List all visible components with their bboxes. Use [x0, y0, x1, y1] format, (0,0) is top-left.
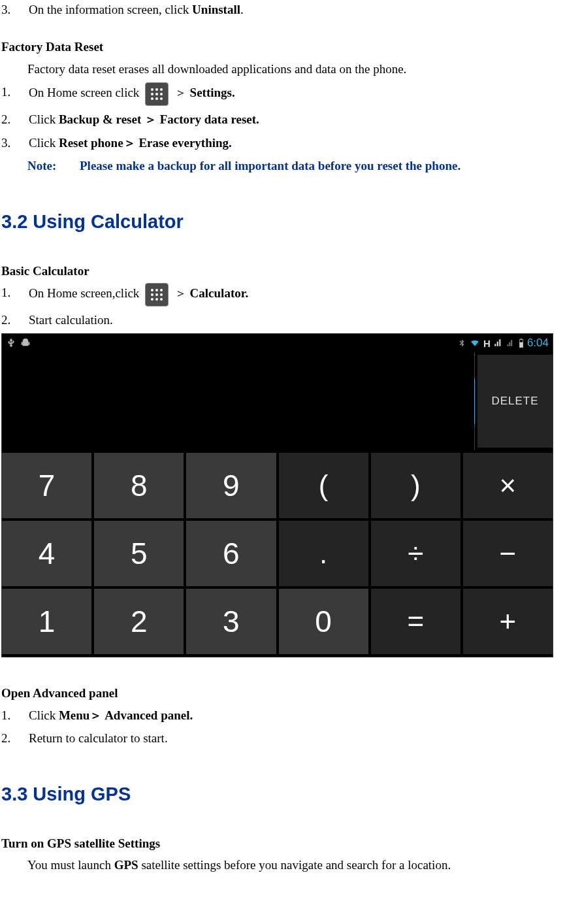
- svg-point-11: [160, 289, 163, 291]
- uninstall-step-3: 3. On the information screen, click Unin…: [1, 0, 564, 19]
- settings-label: Settings.: [190, 86, 235, 100]
- status-right: H 6:04: [457, 335, 549, 352]
- calculator-display[interactable]: [2, 352, 475, 450]
- gt-separator: ＞: [89, 708, 105, 722]
- list-body: On Home screen click ＞ Settings.: [29, 82, 564, 106]
- list-number: 1.: [1, 706, 29, 725]
- calc-key-)[interactable]: ): [371, 453, 460, 518]
- factory-data-reset-heading: Factory Data Reset: [1, 37, 564, 56]
- status-clock: 6:04: [527, 335, 549, 352]
- wifi-icon: [469, 338, 481, 348]
- calc-key-5[interactable]: 5: [94, 521, 184, 586]
- calc-key-+[interactable]: +: [463, 589, 553, 654]
- android-icon: [20, 338, 31, 348]
- svg-point-13: [155, 293, 158, 296]
- backup-reset-label: Backup & reset: [59, 112, 141, 126]
- calc-step-2: 2. Start calculation.: [1, 310, 564, 329]
- calc-key-([interactable]: (: [279, 453, 368, 518]
- svg-point-14: [160, 293, 163, 296]
- svg-point-9: [151, 289, 153, 291]
- apps-grid-icon: [145, 283, 169, 306]
- factory-step-3: 3. Click Reset phone＞ Erase everything.: [1, 133, 564, 152]
- text: Click: [29, 136, 59, 150]
- list-body: Click Menu＞ Advanced panel.: [29, 706, 564, 725]
- calc-key-3[interactable]: 3: [186, 589, 276, 654]
- network-h-icon: H: [483, 336, 491, 351]
- factory-step-1: 1. On Home screen click ＞ Settings.: [1, 82, 564, 106]
- text: .: [240, 3, 244, 16]
- bluetooth-icon: [457, 338, 466, 348]
- reset-phone-label: Reset phone: [59, 136, 123, 150]
- list-body: Return to calculator to start.: [29, 729, 564, 748]
- svg-point-16: [155, 298, 158, 301]
- svg-point-0: [151, 88, 153, 91]
- section-3-3-heading: 3.3 Using GPS: [1, 780, 564, 809]
- menu-label: Menu: [59, 708, 90, 722]
- gt-separator: ＞: [123, 136, 139, 150]
- delete-button[interactable]: DELETE: [477, 355, 553, 448]
- gt-separator: ＞: [174, 86, 190, 100]
- list-number: 2.: [1, 729, 29, 748]
- calc-key-7[interactable]: 7: [2, 453, 91, 518]
- gps-label: GPS: [114, 858, 138, 872]
- uninstall-label: Uninstall: [192, 3, 240, 16]
- svg-rect-19: [521, 339, 523, 340]
- svg-point-3: [151, 93, 153, 95]
- gt-separator: ＞: [174, 286, 190, 300]
- calc-key-÷[interactable]: ÷: [371, 521, 460, 586]
- text: Click: [29, 708, 59, 722]
- apps-grid-icon: [145, 82, 169, 106]
- signal-icon: [493, 338, 504, 348]
- advanced-step-1: 1. Click Menu＞ Advanced panel.: [1, 706, 564, 725]
- list-number: 1.: [1, 82, 29, 106]
- svg-point-6: [151, 97, 153, 100]
- calc-key-4[interactable]: 4: [2, 521, 91, 586]
- text: On Home screen,click: [29, 286, 142, 300]
- list-number: 2.: [1, 310, 29, 329]
- svg-point-7: [155, 97, 158, 100]
- gt-separator: ＞: [141, 112, 160, 126]
- svg-rect-20: [519, 342, 523, 348]
- calculator-keypad: 789()×456.÷−1230=+: [2, 450, 553, 657]
- svg-point-10: [155, 289, 158, 291]
- list-body: Start calculation.: [29, 310, 564, 329]
- erase-everything-label: Erase everything.: [138, 136, 231, 150]
- calc-key-6[interactable]: 6: [186, 521, 276, 586]
- factory-step-2: 2. Click Backup & reset ＞ Factory data r…: [1, 110, 564, 129]
- calculator-label: Calculator.: [190, 286, 249, 300]
- calc-key-.[interactable]: .: [279, 521, 368, 586]
- calc-key-=[interactable]: =: [371, 589, 460, 654]
- section-3-2-heading: 3.2 Using Calculator: [1, 207, 564, 237]
- svg-point-15: [151, 298, 153, 301]
- list-number: 3.: [1, 0, 29, 19]
- list-body: On Home screen,click ＞ Calculator.: [29, 283, 564, 306]
- calc-key-1[interactable]: 1: [2, 589, 91, 654]
- backup-note: Note: Please make a backup for all impor…: [27, 156, 564, 175]
- note-label: Note:: [27, 156, 80, 175]
- list-number: 3.: [1, 133, 29, 152]
- advanced-panel-label: Advanced panel.: [105, 708, 193, 722]
- open-advanced-panel-heading: Open Advanced panel: [1, 684, 564, 702]
- svg-point-8: [160, 97, 163, 100]
- text: satellite settings before you navigate a…: [138, 858, 451, 872]
- list-body: Click Backup & reset ＞ Factory data rese…: [29, 110, 564, 129]
- calc-key-8[interactable]: 8: [94, 453, 184, 518]
- usb-icon: [6, 338, 16, 348]
- basic-calculator-heading: Basic Calculator: [1, 261, 564, 280]
- status-bar: H 6:04: [2, 334, 553, 352]
- calc-key-−[interactable]: −: [463, 521, 553, 586]
- turn-on-gps-heading: Turn on GPS satellite Settings: [1, 834, 564, 853]
- calc-key-0[interactable]: 0: [279, 589, 368, 654]
- calculator-display-row: DELETE: [2, 352, 553, 450]
- svg-point-4: [155, 93, 158, 95]
- calc-key-×[interactable]: ×: [463, 453, 553, 518]
- calculator-screenshot: H 6:04 DELETE 789()×456.÷−1230=+: [1, 333, 553, 657]
- factory-data-reset-label: Factory data reset.: [160, 112, 259, 126]
- status-left: [6, 338, 31, 348]
- svg-point-1: [155, 88, 158, 91]
- list-body: Click Reset phone＞ Erase everything.: [29, 133, 564, 152]
- calc-key-2[interactable]: 2: [94, 589, 184, 654]
- svg-point-12: [151, 293, 153, 296]
- text: On the information screen, click: [29, 3, 192, 16]
- calc-key-9[interactable]: 9: [186, 453, 276, 518]
